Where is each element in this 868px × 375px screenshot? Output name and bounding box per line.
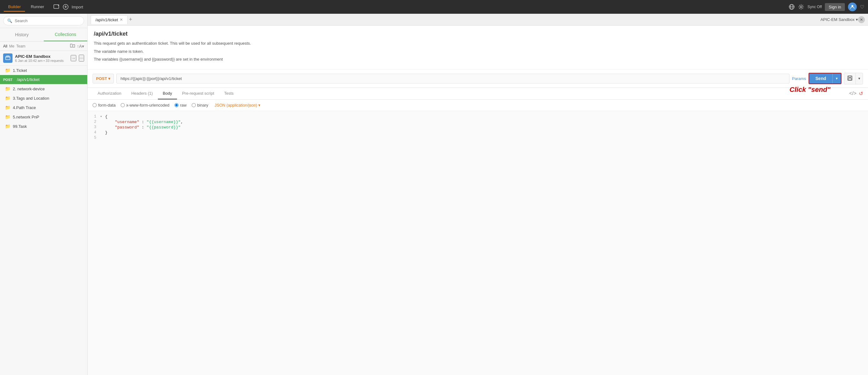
body-options: form-data x-www-form-urlencoded raw bina… <box>88 100 868 111</box>
tab-close-icon[interactable]: ✕ <box>120 18 123 22</box>
folder-99task[interactable]: 📁 99.Task <box>0 122 87 131</box>
sort-icon[interactable]: ↑A▾ <box>77 43 84 49</box>
folder-label-3: 3.Tags and Location <box>13 96 49 101</box>
refresh-icon[interactable]: ↺ <box>859 91 863 97</box>
sidebar-tabs: History Collections <box>0 28 87 41</box>
collection-meta: 6 Jan at 10:42 am • 33 requests <box>15 59 68 63</box>
active-request-item[interactable]: POST /api/v1/ticket <box>0 75 87 84</box>
json-type-label: JSON (application/json) <box>215 103 257 107</box>
request-tab-label: /api/v1/ticket <box>95 18 118 22</box>
folder-4path[interactable]: 📁 4.Path Trace <box>0 103 87 112</box>
code-line-5: 5 <box>88 135 868 141</box>
radio-raw-label: raw <box>180 103 187 107</box>
collection-item: APIC-EM Sandbox 6 Jan at 10:42 am • 33 r… <box>0 51 87 66</box>
sync-off-button[interactable]: Sync Off <box>807 5 822 9</box>
search-bar: 🔍 <box>0 14 87 28</box>
search-icon: 🔍 <box>7 19 12 23</box>
import-icon[interactable] <box>63 4 68 10</box>
import-button[interactable]: Import <box>72 5 83 9</box>
radio-raw[interactable]: raw <box>175 103 187 107</box>
radio-form-data-input[interactable] <box>93 103 97 107</box>
main-content: /api/v1/ticket ✕ + APIC-EM Sandbox ▾ ✕ /… <box>88 14 868 375</box>
new-tab-icon[interactable] <box>54 4 60 9</box>
request-desc-2: The variable name is token. <box>94 48 862 55</box>
collection-more-button[interactable]: ··· <box>79 55 84 62</box>
filter-all[interactable]: All <box>3 44 7 48</box>
collections-tab[interactable]: Collections <box>44 28 88 41</box>
add-tab-button[interactable]: + <box>129 16 132 23</box>
folder-3tags[interactable]: 📁 3.Tags and Location <box>0 94 87 103</box>
save-dropdown-button[interactable]: ▾ <box>856 73 863 84</box>
collection-icon <box>3 54 12 63</box>
search-input[interactable] <box>15 19 80 23</box>
settings-icon[interactable] <box>798 4 804 10</box>
top-bar-icons: Import <box>54 4 83 10</box>
radio-binary-input[interactable] <box>192 103 196 107</box>
sidebar-icons: ↑A▾ <box>70 43 84 49</box>
folder-label-6: 99.Task <box>13 124 27 129</box>
radio-form-data[interactable]: form-data <box>93 103 116 107</box>
folder-2network[interactable]: 📁 2. network-device <box>0 84 87 94</box>
radio-raw-input[interactable] <box>175 103 179 107</box>
request-tabs: Authorization Headers (1) Body Pre-reque… <box>88 88 868 100</box>
environment-name: APIC-EM Sandbox <box>820 17 855 22</box>
top-bar: Builder Runner Import <box>0 0 868 14</box>
folder-label-1: 1.Ticket <box>13 68 27 73</box>
method-label: POST <box>96 76 107 81</box>
radio-urlencoded-input[interactable] <box>121 103 125 107</box>
code-line-4: 4 } <box>88 130 868 135</box>
folder-icon-4: 📁 <box>5 105 10 110</box>
new-folder-icon[interactable] <box>70 43 75 49</box>
env-clear-button[interactable]: ✕ <box>858 16 865 23</box>
folder-label-2: 2. network-device <box>13 87 45 91</box>
json-type-selector[interactable]: JSON (application/json) ▾ <box>215 103 260 107</box>
send-button-group: Send ▾ <box>809 73 841 84</box>
tab-body[interactable]: Body <box>158 88 177 99</box>
filter-me[interactable]: Me <box>9 44 14 48</box>
filter-team[interactable]: Team <box>16 44 25 48</box>
globe-icon[interactable] <box>788 4 795 10</box>
request-name: /api/v1/ticket <box>17 77 39 82</box>
main-layout: 🔍 History Collections All Me Team <box>0 14 868 375</box>
tab-bar: /api/v1/ticket ✕ + APIC-EM Sandbox ▾ ✕ <box>88 14 868 26</box>
code-line-1: 1 ▾ { <box>88 114 868 120</box>
svg-point-8 <box>851 5 853 7</box>
sidebar: 🔍 History Collections All Me Team <box>0 14 88 375</box>
sign-in-button[interactable]: Sign in <box>825 3 845 11</box>
radio-urlencoded-label: x-www-form-urlencoded <box>126 103 169 107</box>
tab-prerequest[interactable]: Pre-request script <box>177 88 219 99</box>
radio-urlencoded[interactable]: x-www-form-urlencoded <box>121 103 169 107</box>
tab-headers[interactable]: Headers (1) <box>126 88 158 99</box>
tab-tests[interactable]: Tests <box>219 88 239 99</box>
send-dropdown-button[interactable]: ▾ <box>832 73 841 83</box>
method-select[interactable]: POST ▾ <box>93 74 114 83</box>
radio-binary-label: binary <box>197 103 208 107</box>
tab-authorization[interactable]: Authorization <box>93 88 126 99</box>
method-badge: POST <box>3 78 14 81</box>
save-button[interactable] <box>844 73 856 84</box>
send-button[interactable]: Send <box>809 73 832 83</box>
url-input[interactable] <box>116 74 789 83</box>
folder-icon-1: 📁 <box>5 68 10 73</box>
user-avatar[interactable] <box>848 2 857 11</box>
code-line-3: 3 "password" : "{{password}}" <box>88 125 868 130</box>
collection-expand-arrow[interactable]: → <box>71 55 76 61</box>
method-chevron-icon: ▾ <box>108 76 111 81</box>
environment-selector[interactable]: APIC-EM Sandbox ▾ <box>820 17 858 22</box>
builder-tab[interactable]: Builder <box>4 2 25 11</box>
heart-icon[interactable]: ♡ <box>860 4 864 10</box>
code-view-icon[interactable]: </> <box>849 91 857 96</box>
top-bar-right: Sync Off Sign in ♡ <box>788 2 864 11</box>
request-tab-active[interactable]: /api/v1/ticket ✕ <box>91 15 128 24</box>
json-chevron-icon: ▾ <box>258 103 260 107</box>
folder-1ticket[interactable]: 📁 1.Ticket <box>0 66 87 75</box>
history-tab[interactable]: History <box>0 28 44 41</box>
radio-binary[interactable]: binary <box>192 103 208 107</box>
code-editor[interactable]: 1 ▾ { 2 "username" : "{{username}}", 3 "… <box>88 111 868 375</box>
collection-name: APIC-EM Sandbox <box>15 54 68 59</box>
collection-info: APIC-EM Sandbox 6 Jan at 10:42 am • 33 r… <box>15 54 68 63</box>
params-button[interactable]: Params <box>792 76 806 81</box>
runner-tab[interactable]: Runner <box>26 2 49 11</box>
folder-5pnp[interactable]: 📁 5.network PnP <box>0 112 87 122</box>
request-description: /api/v1/ticket This request gets an auth… <box>88 26 868 70</box>
